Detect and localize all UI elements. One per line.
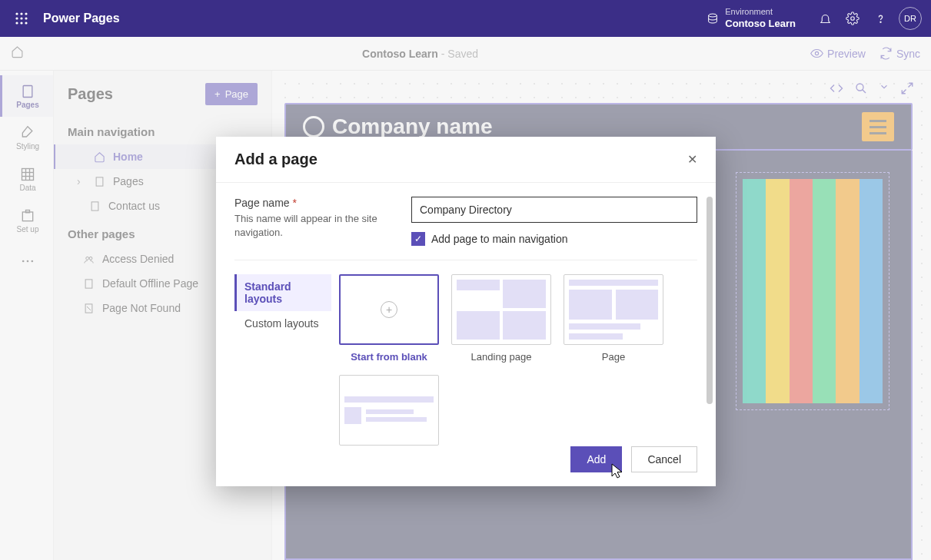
environment-picker[interactable]: Environment Contoso Learn [707, 6, 796, 30]
dialog-title: Add a page [234, 151, 318, 168]
environment-label: Environment [725, 6, 796, 17]
app-launcher-icon[interactable] [9, 6, 34, 31]
svg-point-8 [25, 22, 27, 24]
layout-landing[interactable]: Landing page [451, 274, 551, 363]
svg-point-2 [25, 12, 27, 15]
page-name-hint: This name will appear in the site naviga… [234, 212, 396, 240]
svg-point-3 [15, 17, 18, 19]
svg-point-0 [15, 12, 18, 15]
environment-name: Contoso Learn [725, 18, 796, 31]
add-to-nav-checkbox[interactable]: ✓Add page to main navigation [411, 232, 697, 246]
settings-icon[interactable] [839, 5, 866, 32]
cancel-button[interactable]: Cancel [631, 446, 697, 472]
notifications-icon[interactable] [811, 5, 839, 32]
tab-standard-layouts[interactable]: Standard layouts [234, 274, 331, 311]
user-avatar[interactable]: DR [899, 7, 922, 30]
product-name: Power Pages [43, 12, 120, 25]
page-name-label: Page name [234, 197, 290, 209]
svg-point-4 [20, 17, 22, 19]
add-page-dialog: Add a page ✕ Page name * This name will … [216, 137, 716, 486]
svg-point-7 [20, 22, 22, 24]
layout-page[interactable]: Page [564, 274, 663, 363]
add-button[interactable]: Add [570, 446, 622, 472]
global-header: Power Pages Environment Contoso Learn DR [0, 0, 931, 37]
help-icon[interactable] [866, 5, 894, 32]
svg-point-9 [709, 14, 717, 17]
svg-point-1 [20, 12, 22, 15]
svg-point-5 [25, 17, 27, 19]
layout-start-blank[interactable]: + Start from blank [339, 274, 439, 363]
tab-custom-layouts[interactable]: Custom layouts [234, 311, 331, 336]
svg-point-6 [15, 22, 18, 24]
page-name-input[interactable] [411, 197, 697, 223]
scrollbar[interactable] [707, 197, 713, 404]
svg-point-10 [851, 17, 855, 21]
close-icon[interactable]: ✕ [687, 152, 697, 167]
layout-extra[interactable] [339, 375, 439, 446]
svg-point-11 [879, 22, 880, 22]
